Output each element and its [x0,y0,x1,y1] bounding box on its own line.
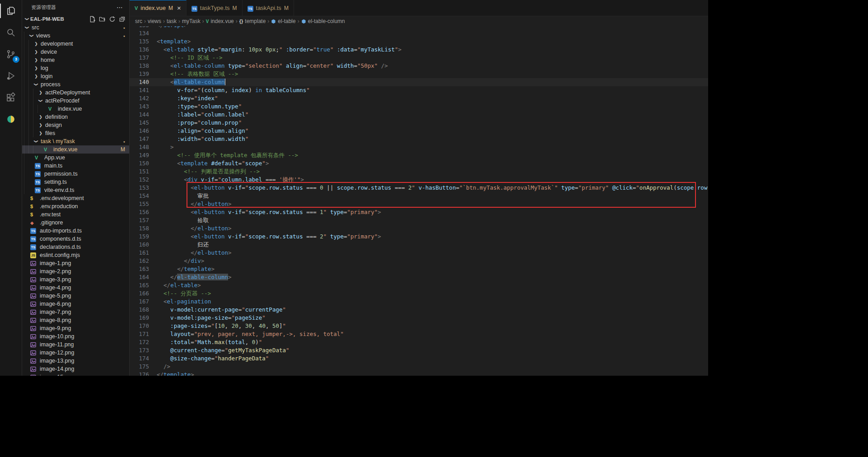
code-token[interactable]: . [354,184,358,191]
code-line-160[interactable]: 160 归还 [130,241,708,249]
line-number[interactable]: 170 [130,322,157,330]
code-token[interactable]: :width [177,135,197,142]
code-token[interactable]: true [317,46,330,53]
code-token[interactable]: row [269,184,279,191]
tree-item-task-mytask[interactable]: ❯task \ myTask● [22,137,129,145]
tree-item-vite-env.d.ts[interactable]: TSvite-env.d.ts [22,186,129,194]
code-token[interactable]: " [297,176,301,183]
tree-item-.env.production[interactable]: $.env.production [22,202,129,210]
code-token[interactable]: ( [673,184,677,191]
code-line-145[interactable]: 145 :prop="column.prop" [130,119,708,127]
code-line-152[interactable]: 152 <div v-if="column.label === '操作'"> [130,176,708,184]
code-token[interactable]: 0px [266,46,276,53]
code-token[interactable]: div [187,176,198,183]
code-token[interactable]: " [262,314,266,321]
tree-item-image-1.png[interactable]: image-1.png [22,259,129,267]
chevron-right-icon[interactable]: ❯ [33,74,39,79]
new-file-button[interactable] [88,15,97,23]
code-token[interactable]: > [301,176,304,183]
code-token[interactable]: > [398,46,402,53]
code-line-172[interactable]: 172 :total="Math.max(total, 0)" [130,338,708,346]
code-line-171[interactable]: 171 layout="prev, pager, next, jumper,->… [130,330,708,338]
code-token[interactable]: getMyTaskPageData [228,347,286,354]
tree-item-actredeployment[interactable]: ❯actReDeployment [22,89,129,97]
code-token[interactable]: . [279,233,283,240]
code-token[interactable]: . [279,209,283,215]
line-number[interactable]: 133 [130,26,157,29]
code-token[interactable]: " [238,103,242,110]
code-token[interactable]: > [187,38,191,45]
code-token[interactable]: ( [225,339,229,345]
tree-item-image-12.png[interactable]: image-12.png [22,349,129,357]
code-token[interactable]: label [245,176,262,183]
code-token[interactable]: :border [286,46,310,53]
code-token[interactable]: column [204,135,224,142]
tree-item-files[interactable]: ❯files [22,129,129,137]
line-number[interactable]: 135 [130,37,157,46]
line-number[interactable]: 161 [130,249,157,257]
code-token[interactable]: 40 [259,322,266,329]
code-token[interactable]: = [242,62,245,69]
tree-item-main.ts[interactable]: TSmain.ts [22,162,129,170]
chevron-right-icon[interactable]: ❯ [37,131,44,135]
code-token[interactable]: scope [248,184,266,191]
activity-bar-run-debug[interactable] [0,65,22,87]
code-token[interactable]: status [283,184,303,191]
code-line-153[interactable]: 153 <el-button v-if="scope.row.status ==… [130,184,708,192]
tree-item-declarations.d.ts[interactable]: TSdeclarations.d.ts [22,243,129,251]
chevron-down-icon[interactable]: ❯ [34,138,38,145]
code-line-142[interactable]: 142 :key="index" [130,94,708,103]
code-token[interactable]: v-for [177,87,194,93]
code-token[interactable]: > [211,266,215,272]
code-token[interactable] [327,233,330,240]
breadcrumb-item-index.vue[interactable]: Vindex.vue [206,18,234,24]
close-icon[interactable]: × [177,5,181,11]
code-token[interactable] [157,314,170,321]
code-token[interactable]: === [303,209,320,215]
code-token[interactable] [157,95,177,102]
tree-item-device[interactable]: ❯device [22,48,129,56]
tree-item-image-15.png[interactable]: image-15.png [22,373,129,376]
code-line-166[interactable]: 166 <!-- 分页器 --> [130,289,708,298]
code-line-141[interactable]: 141 v-for="(column, index) in tableColum… [130,86,708,94]
code-token[interactable]: "50px" [357,62,378,69]
line-number[interactable]: 173 [130,346,157,354]
code-token[interactable]: :key [177,95,191,102]
code-token[interactable]: <!-- 判断是否是操作列 --> [184,168,260,175]
code-token[interactable]: template [184,266,211,272]
code-token[interactable] [157,70,170,77]
code-token[interactable]: < [184,176,187,183]
code-token[interactable]: v-hasButton [419,184,456,191]
code-line-136[interactable]: 136 <el-table style="margin: 10px 0px;" … [130,46,708,54]
code-token[interactable] [378,62,381,69]
code-token[interactable]: " [412,184,415,191]
line-number[interactable]: 153 [130,184,157,192]
tree-item-views[interactable]: ❯views● [22,32,129,40]
code-token[interactable]: :total [170,339,191,345]
tree-item-image-8.png[interactable]: image-8.png [22,316,129,324]
code-token[interactable]: template [181,160,208,167]
code-token[interactable]: . [225,127,229,134]
line-number[interactable]: 175 [130,363,157,371]
code-token[interactable]: = [191,331,194,337]
code-line-133[interactable]: 133</script> [130,26,708,29]
code-token[interactable] [157,201,191,207]
line-number[interactable]: 144 [130,111,157,119]
code-token[interactable]: " [232,314,235,321]
code-token[interactable]: :align [177,127,197,134]
chevron-down-icon[interactable]: ❯ [38,98,43,104]
code-line-173[interactable]: 173 @current-change="getMyTaskPageData" [130,346,708,354]
code-line-147[interactable]: 147 :width="column.width" [130,135,708,143]
code-token[interactable]: || [323,184,337,191]
tree-item-image-4.png[interactable]: image-4.png [22,284,129,292]
code-token[interactable]: = [228,314,232,321]
line-number[interactable]: 158 [130,224,157,233]
code-token[interactable]: ] [279,322,283,329]
code-editor[interactable]: 133</script>134135<template>136 <el-tabl… [130,26,708,376]
tree-item-image-3.png[interactable]: image-3.png [22,275,129,284]
code-token[interactable]: < [170,62,174,69]
code-token[interactable]: column [201,103,221,110]
line-number[interactable]: 157 [130,216,157,224]
line-number[interactable]: 171 [130,330,157,338]
code-token[interactable]: = [221,347,225,354]
